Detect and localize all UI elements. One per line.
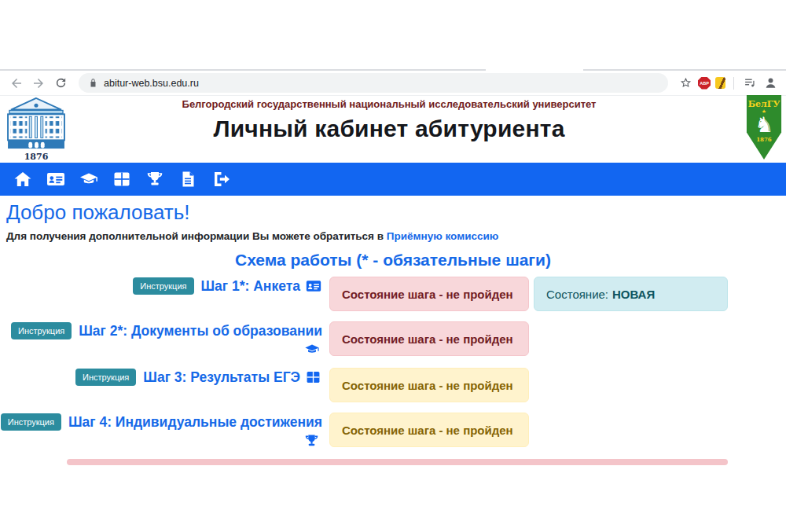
admission-committee-link[interactable]: Приёмную комиссию	[387, 230, 498, 242]
step-2-link[interactable]: Шаг 2*: Документы об образовании	[79, 323, 322, 339]
welcome-heading: Добро пожаловать!	[6, 200, 780, 225]
step-1-status-alert: Состояние шага - не пройден	[329, 277, 529, 311]
step-4-link-text: Шаг 4: Индивидуальные достижения	[68, 414, 322, 431]
step-4-label-cell: Инструкция Шаг 4: Индивидуальные достиже…	[6, 413, 322, 449]
info-line: Для получения дополнительной информации …	[6, 230, 780, 242]
reload-button[interactable]	[52, 75, 69, 92]
arrow-right-icon	[31, 76, 46, 90]
shield-horse-icon: ♞	[755, 114, 773, 136]
toolbar-divider	[733, 77, 734, 90]
arrow-left-icon	[9, 76, 24, 90]
step-row-4: Инструкция Шаг 4: Индивидуальные достиже…	[6, 413, 780, 449]
nav-id-card-icon[interactable]	[45, 169, 67, 189]
screenshot-canvas: abitur-web.bsu.edu.ru ABP	[0, 0, 786, 532]
step-2-status-alert: Состояние шага - не пройден	[329, 321, 529, 356]
nav-sign-out-icon[interactable]	[210, 169, 232, 189]
nav-graduation-cap-icon[interactable]	[78, 169, 100, 189]
step-4-link[interactable]: Шаг 4: Индивидуальные достижения	[68, 414, 322, 431]
bookmark-star-icon[interactable]	[678, 75, 693, 91]
info-text: Для получения дополнительной информации …	[6, 230, 384, 242]
step-3-status-alert: Состояние шага - не пройден	[329, 368, 529, 402]
step-2-instruction-button[interactable]: Инструкция	[11, 322, 72, 339]
step-1-state-label: Состояние:	[546, 288, 608, 301]
nav-home-icon[interactable]	[12, 169, 34, 189]
id-card-icon	[305, 278, 322, 294]
logo-year: 1876	[5, 152, 68, 162]
site-header: 1876 Белгородский государственный национ…	[0, 97, 786, 163]
step-row-3: Инструкция Шаг 3: Результаты ЕГЭ Состоян…	[6, 368, 780, 402]
scheme-heading: Схема работы (* - обязательные шаги)	[6, 251, 780, 270]
extension-icon[interactable]	[715, 77, 725, 89]
step-1-state-value: НОВАЯ	[612, 288, 655, 301]
step-2-label-cell: Инструкция Шаг 2*: Документы об образова…	[6, 321, 322, 358]
adblock-label: ABP	[700, 81, 709, 86]
reading-list-icon[interactable]	[742, 75, 758, 91]
step-3-link-text: Шаг 3: Результаты ЕГЭ	[143, 369, 300, 386]
shield-year: 1876	[756, 136, 771, 143]
step-1-state-alert: Состояние: НОВАЯ	[534, 277, 728, 311]
university-name: Белгородский государственный национальны…	[79, 98, 700, 110]
step-3-label-cell: Инструкция Шаг 3: Результаты ЕГЭ	[6, 368, 322, 386]
university-building-icon	[6, 97, 67, 150]
step-3-link[interactable]: Шаг 3: Результаты ЕГЭ	[143, 369, 322, 386]
nav-document-icon[interactable]	[177, 169, 199, 189]
reload-icon	[54, 76, 68, 90]
step-2-link-text: Шаг 2*: Документы об образовании	[79, 323, 322, 339]
page-content: Добро пожаловать! Для получения дополнит…	[0, 196, 786, 465]
forward-button[interactable]	[30, 75, 47, 92]
step-4-instruction-button[interactable]: Инструкция	[1, 413, 61, 431]
trophy-icon[interactable]	[303, 433, 321, 449]
step-4-status-alert: Состояние шага - не пройден	[329, 413, 529, 447]
main-navbar	[0, 163, 786, 196]
step-1-label-cell: Инструкция Шаг 1*: Анкета	[6, 277, 322, 295]
table-icon	[305, 369, 322, 385]
bottom-divider-bar	[67, 459, 728, 465]
belgu-shield-logo[interactable]: БелГУ ★ ♞ 1876	[745, 95, 783, 160]
nav-table-icon[interactable]	[111, 169, 133, 189]
step-3-status-text: Состояние шага - не пройден	[342, 379, 513, 392]
graduation-cap-icon[interactable]	[303, 342, 321, 358]
page-title: Личный кабинет абитуриента	[79, 116, 700, 142]
address-bar[interactable]: abitur-web.bsu.edu.ru	[79, 73, 668, 93]
url-text: abitur-web.bsu.edu.ru	[104, 78, 199, 89]
step-row-1: Инструкция Шаг 1*: Анкета Состояние шага…	[6, 277, 780, 311]
step-1-link[interactable]: Шаг 1*: Анкета	[201, 278, 322, 295]
browser-toolbar: abitur-web.bsu.edu.ru ABP	[0, 71, 786, 96]
adblock-extension-icon[interactable]: ABP	[698, 77, 711, 90]
step-1-link-text: Шаг 1*: Анкета	[201, 278, 300, 295]
nav-trophy-icon[interactable]	[144, 169, 166, 189]
step-row-2: Инструкция Шаг 2*: Документы об образова…	[6, 321, 780, 358]
university-logo[interactable]: 1876	[5, 97, 68, 162]
back-button[interactable]	[8, 75, 25, 92]
profile-avatar-icon[interactable]	[762, 75, 778, 91]
step-4-status-text: Состояние шага - не пройден	[342, 424, 513, 437]
step-3-instruction-button[interactable]: Инструкция	[75, 369, 136, 386]
step-1-instruction-button[interactable]: Инструкция	[133, 277, 193, 295]
steps-list: Инструкция Шаг 1*: Анкета Состояние шага…	[6, 277, 780, 449]
header-center: Белгородский государственный национальны…	[79, 98, 700, 142]
lock-icon	[88, 78, 98, 88]
step-1-status-text: Состояние шага - не пройден	[342, 288, 513, 301]
step-2-status-text: Состояние шага - не пройден	[342, 332, 513, 346]
